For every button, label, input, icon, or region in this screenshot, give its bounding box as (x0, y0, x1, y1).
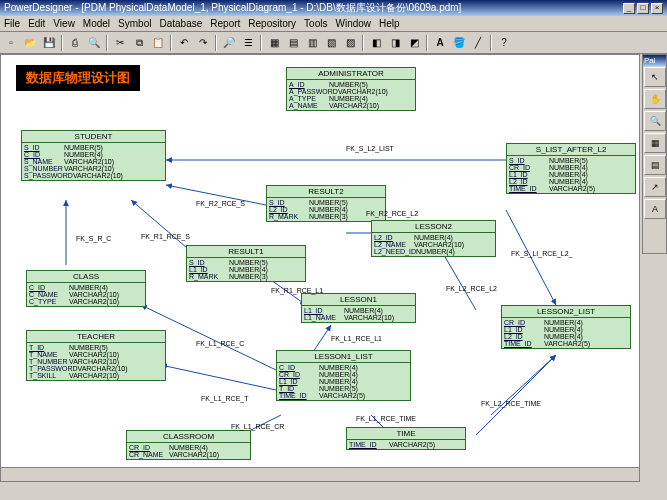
entity-header: ADMINISTRATOR (287, 68, 415, 80)
help-icon[interactable]: ? (495, 34, 513, 52)
properties-icon[interactable]: ☰ (239, 34, 257, 52)
palette-hand-icon[interactable]: ✋ (644, 89, 666, 109)
entity-body: L2_IDNUMBER(4)L2_NAMEVARCHAR2(10)L2_NEED… (372, 233, 495, 256)
workspace: 数据库物理设计图 ADMINISTRATOR A_IDNUMBER(5)A_PA… (0, 54, 640, 482)
rel-label: FK_L1_RCE_L1 (331, 335, 382, 342)
copy-icon[interactable]: ⧉ (130, 34, 148, 52)
entity-header: CLASSROOM (127, 431, 250, 443)
tool-icon[interactable]: ◩ (405, 34, 423, 52)
tool-icon[interactable]: ▥ (303, 34, 321, 52)
rel-label: FK_S_L2_LIST (346, 145, 394, 152)
entity-slistafter[interactable]: S_LIST_AFTER_L2 S_IDNUMBER(5)CR_IDNUMBER… (506, 143, 636, 194)
paste-icon[interactable]: 📋 (149, 34, 167, 52)
tool-icon[interactable]: ▨ (341, 34, 359, 52)
rel-label: FK_R2_RCE_S (196, 200, 245, 207)
diagram-canvas[interactable]: 数据库物理设计图 ADMINISTRATOR A_IDNUMBER(5)A_PA… (1, 55, 639, 481)
menu-repository[interactable]: Repository (248, 18, 296, 29)
rel-label: FK_S_R_C (76, 235, 111, 242)
palette-reference-icon[interactable]: ↗ (644, 177, 666, 197)
tool-icon[interactable]: ▤ (284, 34, 302, 52)
entity-header: RESULT2 (267, 186, 385, 198)
tool-icon[interactable]: ◨ (386, 34, 404, 52)
rel-label: FK_L1_RCE_TIME (356, 415, 416, 422)
entity-body: L1_IDNUMBER(4)L1_NAMEVARCHAR2(10) (302, 306, 415, 322)
entity-header: RESULT1 (187, 246, 305, 258)
entity-lesson2list[interactable]: LESSON2_LIST CR_IDNUMBER(4)L1_IDNUMBER(4… (501, 305, 631, 349)
maximize-button[interactable]: □ (637, 3, 649, 14)
palette-table-icon[interactable]: ▦ (644, 133, 666, 153)
entity-body: CR_IDNUMBER(4)CR_NAMEVARCHAR2(10) (127, 443, 250, 459)
fill-icon[interactable]: 🪣 (450, 34, 468, 52)
tool-icon[interactable]: ▦ (265, 34, 283, 52)
menu-help[interactable]: Help (379, 18, 400, 29)
toolbar: ▫ 📂 💾 ⎙ 🔍 ✂ ⧉ 📋 ↶ ↷ 🔎 ☰ ▦ ▤ ▥ ▧ ▨ ◧ ◨ ◩ … (0, 32, 667, 54)
preview-icon[interactable]: 🔍 (85, 34, 103, 52)
rel-label: FK_R1_RCE_S (141, 233, 190, 240)
menu-file[interactable]: File (4, 18, 20, 29)
new-icon[interactable]: ▫ (2, 34, 20, 52)
print-icon[interactable]: ⎙ (66, 34, 84, 52)
entity-result1[interactable]: RESULT1 S_IDNUMBER(5)L1_IDNUMBER(4)R_MAR… (186, 245, 306, 282)
entity-header: LESSON2_LIST (502, 306, 630, 318)
palette-zoom-icon[interactable]: 🔍 (644, 111, 666, 131)
connectors (1, 55, 639, 481)
line-icon[interactable]: ╱ (469, 34, 487, 52)
entity-header: TIME (347, 428, 465, 440)
title-bar: PowerDesigner - [PDM PhysicalDataModel_1… (0, 0, 667, 16)
tool-icon[interactable]: ◧ (367, 34, 385, 52)
rel-label: FK_L1_RCE_CR (231, 423, 284, 430)
rel-label: FK_R2_RCE_L2 (366, 210, 418, 217)
menu-model[interactable]: Model (83, 18, 110, 29)
menu-edit[interactable]: Edit (28, 18, 45, 29)
rel-label: FK_L2_RCE_TIME (481, 400, 541, 407)
rel-label: FK_R1_RCE_L1 (271, 287, 323, 294)
entity-class[interactable]: CLASS C_IDNUMBER(4)C_NAMEVARCHAR2(10)C_T… (26, 270, 146, 307)
palette-view-icon[interactable]: ▤ (644, 155, 666, 175)
entity-lesson2[interactable]: LESSON2 L2_IDNUMBER(4)L2_NAMEVARCHAR2(10… (371, 220, 496, 257)
entity-header: TEACHER (27, 331, 165, 343)
rel-label: FK_L2_RCE_L2 (446, 285, 497, 292)
palette-text-icon[interactable]: A (644, 199, 666, 219)
tool-icon[interactable]: ▧ (322, 34, 340, 52)
entity-lesson1[interactable]: LESSON1 L1_IDNUMBER(4)L1_NAMEVARCHAR2(10… (301, 293, 416, 323)
save-icon[interactable]: 💾 (40, 34, 58, 52)
menu-bar: File Edit View Model Symbol Database Rep… (0, 16, 667, 32)
scrollbar-horizontal[interactable] (1, 467, 639, 481)
menu-window[interactable]: Window (335, 18, 371, 29)
undo-icon[interactable]: ↶ (175, 34, 193, 52)
menu-view[interactable]: View (53, 18, 75, 29)
entity-teacher[interactable]: TEACHER T_IDNUMBER(5)T_NAMEVARCHAR2(10)T… (26, 330, 166, 381)
entity-body: T_IDNUMBER(5)T_NAMEVARCHAR2(10)T_NUMBERV… (27, 343, 165, 380)
open-icon[interactable]: 📂 (21, 34, 39, 52)
entity-time[interactable]: TIME TIME_IDVARCHAR2(5) (346, 427, 466, 450)
entity-administrator[interactable]: ADMINISTRATOR A_IDNUMBER(5)A_PASSWORDVAR… (286, 67, 416, 111)
find-icon[interactable]: 🔎 (220, 34, 238, 52)
text-icon[interactable]: A (431, 34, 449, 52)
minimize-button[interactable]: _ (623, 3, 635, 14)
diagram-title: 数据库物理设计图 (16, 65, 140, 91)
menu-tools[interactable]: Tools (304, 18, 327, 29)
entity-body: CR_IDNUMBER(4)L1_IDNUMBER(4)L2_IDNUMBER(… (502, 318, 630, 348)
cut-icon[interactable]: ✂ (111, 34, 129, 52)
entity-header: CLASS (27, 271, 145, 283)
entity-student[interactable]: STUDENT S_IDNUMBER(5)C_IDNUMBER(4)S_NAME… (21, 130, 166, 181)
entity-body: C_IDNUMBER(4)C_NAMEVARCHAR2(10)C_TYPEVAR… (27, 283, 145, 306)
rel-label: FK_L1_RCE_T (201, 395, 248, 402)
entity-lesson1list[interactable]: LESSON1_LIST C_IDNUMBER(4)CR_IDNUMBER(4)… (276, 350, 411, 401)
palette-pointer-icon[interactable]: ↖ (644, 67, 666, 87)
close-button[interactable]: × (651, 3, 663, 14)
redo-icon[interactable]: ↷ (194, 34, 212, 52)
window-title: PowerDesigner - [PDM PhysicalDataModel_1… (4, 1, 461, 15)
rel-label: FK_S_LI_RCE_L2_ (511, 250, 572, 257)
palette[interactable]: Pal ↖ ✋ 🔍 ▦ ▤ ↗ A (642, 54, 667, 254)
menu-symbol[interactable]: Symbol (118, 18, 151, 29)
entity-header: LESSON1 (302, 294, 415, 306)
entity-classroom[interactable]: CLASSROOM CR_IDNUMBER(4)CR_NAMEVARCHAR2(… (126, 430, 251, 460)
rel-label: FK_L1_RCE_C (196, 340, 244, 347)
menu-database[interactable]: Database (159, 18, 202, 29)
entity-body: A_IDNUMBER(5)A_PASSWORDVARCHAR2(10)A_TYP… (287, 80, 415, 110)
entity-body: TIME_IDVARCHAR2(5) (347, 440, 465, 449)
menu-report[interactable]: Report (210, 18, 240, 29)
entity-body: S_IDNUMBER(5)CR_IDNUMBER(4)L1_IDNUMBER(4… (507, 156, 635, 193)
entity-body: S_IDNUMBER(5)L1_IDNUMBER(4)R_MARKNUMBER(… (187, 258, 305, 281)
